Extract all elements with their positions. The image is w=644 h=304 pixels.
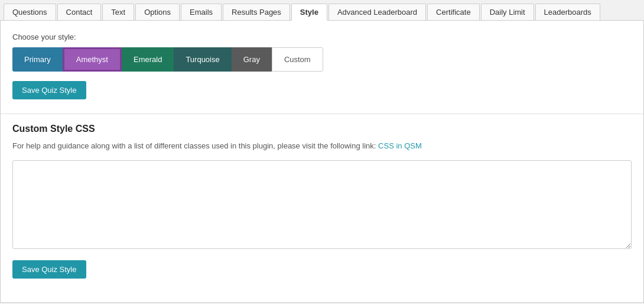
tab-contact[interactable]: Contact bbox=[57, 4, 102, 20]
tab-bar: QuestionsContactTextOptionsEmailsResults… bbox=[0, 0, 644, 21]
save-quiz-style-button-top[interactable]: Save Quiz Style bbox=[12, 81, 86, 99]
tab-questions[interactable]: Questions bbox=[4, 4, 56, 20]
divider bbox=[1, 114, 643, 114]
style-btn-primary[interactable]: Primary bbox=[12, 47, 63, 72]
style-btn-custom[interactable]: Custom bbox=[272, 47, 323, 72]
tab-certificate[interactable]: Certificate bbox=[427, 4, 480, 20]
choose-style-label: Choose your style: bbox=[12, 33, 632, 41]
css-in-qsm-link[interactable]: CSS in QSM bbox=[378, 141, 422, 150]
tab-leaderboards[interactable]: Leaderboards bbox=[535, 4, 600, 20]
tab-daily-limit[interactable]: Daily Limit bbox=[481, 4, 534, 20]
save-quiz-style-button-bottom[interactable]: Save Quiz Style bbox=[12, 260, 86, 279]
css-textarea[interactable] bbox=[12, 160, 632, 249]
tab-advanced-leaderboard[interactable]: Advanced Leaderboard bbox=[328, 4, 426, 20]
tab-results-pages[interactable]: Results Pages bbox=[223, 4, 290, 20]
tab-text[interactable]: Text bbox=[102, 4, 134, 20]
page-content: Choose your style: PrimaryAmethystEmeral… bbox=[0, 21, 644, 303]
tab-style[interactable]: Style bbox=[291, 4, 327, 21]
help-text: For help and guidance along with a list … bbox=[12, 140, 632, 152]
tab-emails[interactable]: Emails bbox=[181, 4, 222, 20]
help-text-before-link: For help and guidance along with a list … bbox=[12, 141, 376, 150]
style-btn-turquoise[interactable]: Turquoise bbox=[174, 47, 231, 72]
style-btn-gray[interactable]: Gray bbox=[232, 47, 272, 72]
tab-options[interactable]: Options bbox=[135, 4, 180, 20]
custom-style-heading: Custom Style CSS bbox=[12, 124, 632, 134]
style-btn-emerald[interactable]: Emerald bbox=[122, 47, 174, 72]
style-buttons-group: PrimaryAmethystEmeraldTurquoiseGrayCusto… bbox=[12, 47, 632, 72]
style-btn-amethyst[interactable]: Amethyst bbox=[63, 47, 122, 72]
